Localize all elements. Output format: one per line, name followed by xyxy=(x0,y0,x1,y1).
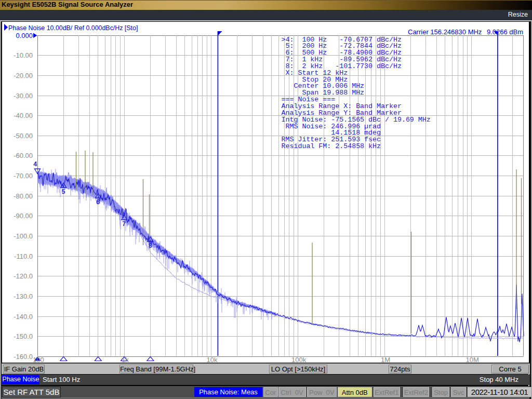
svg-text:-100.0: -100.0 xyxy=(14,232,33,240)
svg-text:-80.00: -80.00 xyxy=(14,192,33,200)
svg-text:-40.00: -40.00 xyxy=(14,112,33,119)
svg-text:-130.0: -130.0 xyxy=(14,292,33,300)
svg-text:-150.0: -150.0 xyxy=(14,332,33,340)
svg-text:100: 100 xyxy=(33,356,44,363)
svg-text:-90.00: -90.00 xyxy=(14,212,33,220)
svg-text:-10.00: -10.00 xyxy=(14,51,33,59)
svg-text:-70.00: -70.00 xyxy=(14,172,33,180)
svg-text:6: 6 xyxy=(96,199,100,206)
svg-text:-20.00: -20.00 xyxy=(14,72,33,79)
svg-text:-50.00: -50.00 xyxy=(14,132,33,140)
svg-text:9.0266 dBm: 9.0266 dBm xyxy=(487,28,523,36)
svg-text:-60.00: -60.00 xyxy=(14,152,33,159)
svg-text:10k: 10k xyxy=(207,356,218,363)
svg-text:1M: 1M xyxy=(381,356,390,363)
svg-text:-140.0: -140.0 xyxy=(14,313,33,321)
svg-text:5: 5 xyxy=(61,189,65,196)
svg-text:4: 4 xyxy=(33,161,37,168)
svg-text:-120.0: -120.0 xyxy=(14,272,33,280)
svg-text:0.000: 0.000 xyxy=(16,32,33,39)
svg-text:10M: 10M xyxy=(466,356,478,363)
svg-text:Phase Noise 10.00dB/ Ref 0.000: Phase Noise 10.00dB/ Ref 0.000dBc/Hz [St… xyxy=(8,24,138,32)
svg-text:-110.0: -110.0 xyxy=(14,252,33,260)
svg-text:Residual FM: 2.54858 kHz: Residual FM: 2.54858 kHz xyxy=(282,142,381,150)
svg-text:100k: 100k xyxy=(291,356,307,363)
svg-text:7: 7 xyxy=(122,221,126,228)
svg-text:1k: 1k xyxy=(122,356,129,363)
svg-text:-30.00: -30.00 xyxy=(14,92,33,100)
svg-text:8: 8 xyxy=(148,243,152,250)
svg-text:Carrier 156.246830 MHz: Carrier 156.246830 MHz xyxy=(408,28,482,36)
svg-text:-160.0: -160.0 xyxy=(14,353,33,361)
